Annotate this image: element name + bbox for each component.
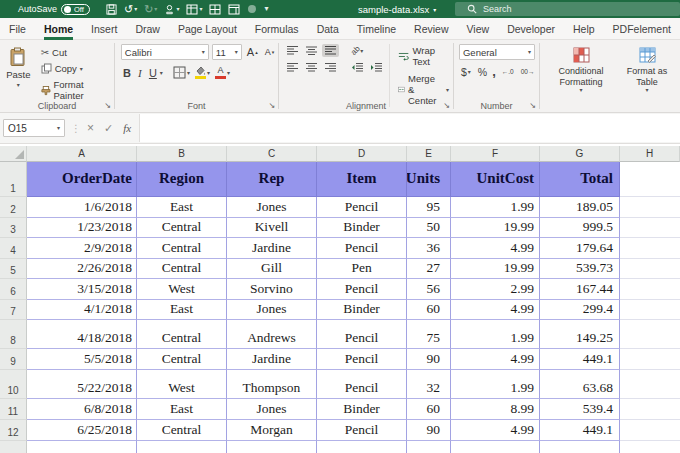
borders-button[interactable]: ▾ <box>171 65 192 80</box>
decrease-indent-button[interactable] <box>349 61 366 74</box>
cell[interactable]: Pencil <box>317 279 407 300</box>
increase-indent-button[interactable] <box>368 61 385 74</box>
formula-input[interactable] <box>139 114 680 142</box>
cell[interactable]: Central <box>137 349 227 370</box>
increase-decimal-button[interactable]: ←.0 <box>501 66 515 77</box>
cell[interactable]: Pencil <box>317 238 407 259</box>
comma-format-button[interactable]: , <box>492 64 496 79</box>
row-header-12[interactable]: 12 <box>0 420 27 441</box>
tab-timeline[interactable]: Timeline <box>348 18 405 40</box>
cell[interactable]: 449.1 <box>540 349 620 370</box>
cell[interactable]: Pencil <box>317 320 407 349</box>
cell[interactable]: Binder <box>317 218 407 239</box>
currency-format-button[interactable]: $ ▾ <box>459 65 473 79</box>
middle-align-button[interactable] <box>303 44 320 57</box>
cell[interactable] <box>620 279 680 300</box>
column-header-D[interactable]: D <box>317 146 407 162</box>
cell[interactable]: 189.05 <box>540 197 620 218</box>
font-dialog-launcher[interactable]: ↘ <box>269 102 276 110</box>
cell[interactable]: Central <box>137 320 227 349</box>
align-right-button[interactable] <box>322 61 339 74</box>
number-dialog-launcher[interactable]: ↘ <box>529 102 536 110</box>
drag-handle-icon[interactable]: ⋮ <box>71 123 81 134</box>
percent-format-button[interactable]: % <box>478 66 487 78</box>
cell[interactable]: 4.99 <box>451 238 540 259</box>
cell[interactable]: Region <box>137 162 227 197</box>
cell[interactable]: Pencil <box>317 420 407 441</box>
confirm-entry-button[interactable]: ✓ <box>104 122 113 135</box>
cancel-entry-button[interactable]: × <box>87 121 94 135</box>
tab-formulas[interactable]: Formulas <box>246 18 308 40</box>
tab-draw[interactable]: Draw <box>126 18 169 40</box>
column-header-C[interactable]: C <box>227 146 317 162</box>
cell[interactable]: Andrews <box>227 320 317 349</box>
tab-data[interactable]: Data <box>308 18 348 40</box>
cell[interactable] <box>620 300 680 321</box>
tab-page-layout[interactable]: Page Layout <box>169 18 246 40</box>
table-style-button[interactable]: ▾ <box>186 4 202 15</box>
row-header-4[interactable]: 4 <box>0 238 27 259</box>
row-header-10[interactable]: 10 <box>0 370 27 399</box>
tab-home[interactable]: Home <box>35 18 82 40</box>
ink-tool-button[interactable]: ▾ <box>164 4 179 15</box>
cell[interactable]: 27 <box>407 259 451 280</box>
cell[interactable] <box>620 320 680 349</box>
cell[interactable]: 1/6/2018 <box>27 197 137 218</box>
insert-function-button[interactable]: fx <box>123 122 131 134</box>
cell[interactable] <box>620 441 680 453</box>
cell[interactable]: 1.99 <box>451 197 540 218</box>
row-header-5[interactable]: 5 <box>0 259 27 280</box>
cell[interactable]: 36 <box>407 238 451 259</box>
cell[interactable]: Pencil <box>317 370 407 399</box>
cell[interactable]: East <box>137 197 227 218</box>
cell[interactable]: 1.99 <box>451 320 540 349</box>
cell[interactable]: 90 <box>407 349 451 370</box>
name-box[interactable]: O15 ▾ <box>3 119 65 137</box>
cell[interactable] <box>137 441 227 453</box>
column-header-A[interactable]: A <box>27 146 137 162</box>
cell[interactable]: 60 <box>407 300 451 321</box>
redo-button[interactable]: ↻ ▾ <box>144 4 157 15</box>
cell[interactable]: 4.99 <box>451 300 540 321</box>
autosave-control[interactable]: AutoSave Off <box>18 4 90 15</box>
cell[interactable]: Units <box>407 162 451 197</box>
row-header-partial[interactable] <box>0 441 27 453</box>
cell[interactable]: Jones <box>227 197 317 218</box>
cell[interactable]: 179.64 <box>540 238 620 259</box>
tab-pdfelement[interactable]: PDFelement <box>604 18 680 40</box>
cell[interactable]: Kivell <box>227 218 317 239</box>
row-header-2[interactable]: 2 <box>0 197 27 218</box>
cell[interactable]: 95 <box>407 197 451 218</box>
search-box[interactable]: Search <box>455 2 680 16</box>
conditional-formatting-button[interactable]: Conditional Formatting ▾ <box>550 44 612 99</box>
cell[interactable]: Morgan <box>227 420 317 441</box>
align-left-button[interactable] <box>284 61 301 74</box>
cell[interactable]: UnitCost <box>451 162 540 197</box>
cell[interactable] <box>317 441 407 453</box>
cell[interactable]: 2.99 <box>451 279 540 300</box>
column-header-E[interactable]: E <box>407 146 451 162</box>
clipboard-dialog-launcher[interactable]: ↘ <box>104 102 111 110</box>
decrease-decimal-button[interactable]: 00→ <box>520 66 536 77</box>
customize-qat-button[interactable]: ▾ <box>264 5 268 13</box>
cell[interactable]: Item <box>317 162 407 197</box>
cell[interactable]: Jones <box>227 300 317 321</box>
align-center-button[interactable] <box>303 61 320 74</box>
row-header-7[interactable]: 7 <box>0 300 27 321</box>
cell[interactable]: Pencil <box>317 349 407 370</box>
row-header-8[interactable]: 8 <box>0 320 27 349</box>
orientation-button[interactable]: ab ▾ <box>349 45 365 56</box>
row-header-11[interactable]: 11 <box>0 399 27 420</box>
tab-help[interactable]: Help <box>564 18 604 40</box>
cell[interactable]: Jardine <box>227 238 317 259</box>
cell[interactable]: 149.25 <box>540 320 620 349</box>
document-title[interactable]: sample-data.xlsx ▾ <box>358 0 436 18</box>
cell[interactable]: 4.99 <box>451 420 540 441</box>
alignment-dialog-launcher[interactable]: ↘ <box>443 102 450 110</box>
font-color-button[interactable]: A ▾ <box>213 65 232 80</box>
cell[interactable]: Total <box>540 162 620 197</box>
cell[interactable]: 56 <box>407 279 451 300</box>
cell[interactable]: 90 <box>407 420 451 441</box>
cell[interactable]: Central <box>137 259 227 280</box>
row-header-1[interactable]: 1 <box>0 162 27 197</box>
